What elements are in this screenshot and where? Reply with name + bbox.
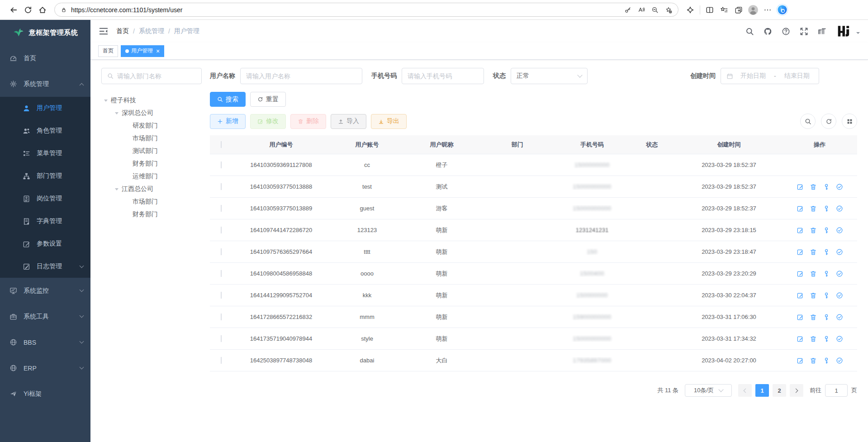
breadcrumb-item[interactable]: 用户管理 bbox=[174, 27, 199, 35]
assign-role-icon[interactable] bbox=[836, 292, 843, 299]
avatar-caret-icon[interactable] bbox=[856, 32, 860, 36]
edit-row-icon[interactable] bbox=[797, 357, 804, 364]
next-page-button[interactable] bbox=[790, 384, 803, 397]
row-checkbox[interactable] bbox=[221, 162, 222, 168]
assign-role-icon[interactable] bbox=[836, 270, 843, 277]
date-range-picker[interactable]: 开始日期 - 结束日期 bbox=[721, 68, 819, 84]
page-button-1[interactable]: 1 bbox=[755, 384, 769, 397]
delete-row-icon[interactable] bbox=[810, 270, 817, 277]
tab-用户管理[interactable]: 用户管理× bbox=[121, 45, 164, 57]
delete-row-icon[interactable] bbox=[810, 292, 817, 299]
tree-node-江西总公司[interactable]: 江西总公司 bbox=[101, 183, 202, 195]
reset-password-icon[interactable] bbox=[823, 205, 830, 212]
home-icon[interactable] bbox=[35, 3, 50, 17]
reset-password-icon[interactable] bbox=[823, 314, 830, 321]
zoom-out-icon[interactable] bbox=[648, 4, 662, 16]
sidebar-item-系统监控[interactable]: 系统监控 bbox=[0, 278, 90, 304]
toggle-search-button[interactable] bbox=[800, 114, 816, 129]
hamburger-icon[interactable] bbox=[99, 26, 109, 36]
sidebar-item-BBS[interactable]: BBS bbox=[0, 329, 90, 355]
tree-node-深圳总公司[interactable]: 深圳总公司 bbox=[101, 107, 202, 119]
reset-password-icon[interactable] bbox=[823, 335, 830, 342]
reset-password-icon[interactable] bbox=[823, 270, 830, 277]
edit-row-icon[interactable] bbox=[797, 292, 804, 299]
sidebar-item-日志管理[interactable]: 日志管理 bbox=[0, 255, 90, 278]
assign-role-icon[interactable] bbox=[836, 314, 843, 321]
sidebar-item-系统管理[interactable]: 系统管理 bbox=[0, 71, 90, 97]
add-button[interactable]: 新增 bbox=[210, 114, 246, 129]
delete-row-icon[interactable] bbox=[810, 314, 817, 321]
delete-row-icon[interactable] bbox=[810, 205, 817, 212]
tree-node-市场部门[interactable]: 市场部门 bbox=[101, 195, 202, 208]
copilot-bing-icon[interactable] bbox=[775, 3, 789, 17]
assign-role-icon[interactable] bbox=[836, 183, 843, 190]
edit-row-icon[interactable] bbox=[797, 314, 804, 321]
reload-icon[interactable] bbox=[21, 3, 35, 17]
username-field[interactable] bbox=[246, 72, 356, 80]
row-checkbox[interactable] bbox=[221, 335, 222, 342]
tree-node-财务部门[interactable]: 财务部门 bbox=[101, 208, 202, 221]
assign-role-icon[interactable] bbox=[836, 357, 843, 364]
sidebar-item-用户管理[interactable]: 用户管理 bbox=[0, 97, 90, 119]
search-button[interactable]: 搜索 bbox=[210, 92, 246, 107]
assign-role-icon[interactable] bbox=[836, 248, 843, 256]
edit-row-icon[interactable] bbox=[797, 183, 804, 190]
department-search-input[interactable] bbox=[101, 68, 202, 84]
close-icon[interactable]: × bbox=[156, 48, 160, 54]
delete-row-icon[interactable] bbox=[810, 357, 817, 364]
column-settings-button[interactable] bbox=[842, 114, 857, 129]
sidebar-item-Yi框架[interactable]: Yi框架 bbox=[0, 381, 90, 407]
reset-button[interactable]: 重置 bbox=[250, 92, 286, 107]
row-checkbox[interactable] bbox=[221, 292, 222, 299]
edit-row-icon[interactable] bbox=[797, 227, 804, 234]
delete-row-icon[interactable] bbox=[810, 183, 817, 190]
sidebar-item-参数设置[interactable]: 参数设置 bbox=[0, 233, 90, 255]
tab-首页[interactable]: 首页 bbox=[98, 45, 118, 57]
row-checkbox[interactable] bbox=[221, 205, 222, 212]
edit-row-icon[interactable] bbox=[797, 205, 804, 212]
split-screen-icon[interactable] bbox=[702, 3, 717, 17]
assign-role-icon[interactable] bbox=[836, 335, 843, 342]
sidebar-item-字典管理[interactable]: 字典管理 bbox=[0, 210, 90, 233]
select-all-checkbox[interactable] bbox=[221, 141, 222, 148]
address-bar[interactable]: https://ccnetcore.com:1101/system/user bbox=[54, 3, 678, 17]
header-search-icon[interactable] bbox=[745, 27, 754, 36]
sidebar-item-角色管理[interactable]: 角色管理 bbox=[0, 119, 90, 142]
user-avatar[interactable] bbox=[836, 24, 852, 39]
row-checkbox[interactable] bbox=[221, 183, 222, 190]
reset-password-icon[interactable] bbox=[823, 183, 830, 190]
fullscreen-icon[interactable] bbox=[800, 27, 808, 36]
assign-role-icon[interactable] bbox=[836, 227, 843, 234]
page-button-2[interactable]: 2 bbox=[773, 384, 786, 397]
delete-row-icon[interactable] bbox=[810, 335, 817, 342]
tree-node-橙子科技[interactable]: 橙子科技 bbox=[101, 94, 202, 107]
sidebar-item-系统工具[interactable]: 系统工具 bbox=[0, 304, 90, 329]
delete-button[interactable]: 删除 bbox=[290, 114, 326, 129]
font-size-icon[interactable] bbox=[818, 27, 826, 36]
row-checkbox[interactable] bbox=[221, 357, 222, 364]
help-icon[interactable] bbox=[782, 27, 790, 36]
sidebar-item-首页[interactable]: 首页 bbox=[0, 45, 90, 71]
edit-row-icon[interactable] bbox=[797, 335, 804, 342]
password-key-icon[interactable] bbox=[621, 4, 635, 16]
row-checkbox[interactable] bbox=[221, 270, 222, 277]
department-search-field[interactable] bbox=[117, 72, 196, 80]
row-checkbox[interactable] bbox=[221, 314, 222, 320]
edit-row-icon[interactable] bbox=[797, 248, 804, 256]
page-size-select[interactable]: 10条/页 bbox=[685, 384, 732, 397]
row-checkbox[interactable] bbox=[221, 227, 222, 233]
tree-node-研发部门[interactable]: 研发部门 bbox=[101, 119, 202, 132]
collections-icon[interactable] bbox=[731, 3, 746, 17]
back-icon[interactable] bbox=[6, 3, 21, 17]
tree-node-测试部门[interactable]: 测试部门 bbox=[101, 145, 202, 157]
phone-field[interactable] bbox=[408, 72, 478, 80]
tree-node-运维部门[interactable]: 运维部门 bbox=[101, 170, 202, 183]
favorite-star-icon[interactable] bbox=[662, 4, 675, 16]
app-logo[interactable]: 意框架管理系统 bbox=[0, 20, 90, 45]
row-checkbox[interactable] bbox=[221, 248, 222, 255]
delete-row-icon[interactable] bbox=[810, 227, 817, 234]
edit-button[interactable]: 修改 bbox=[250, 114, 286, 129]
read-aloud-icon[interactable] bbox=[635, 4, 648, 16]
sidebar-item-岗位管理[interactable]: 岗位管理 bbox=[0, 187, 90, 210]
reset-password-icon[interactable] bbox=[823, 227, 830, 234]
